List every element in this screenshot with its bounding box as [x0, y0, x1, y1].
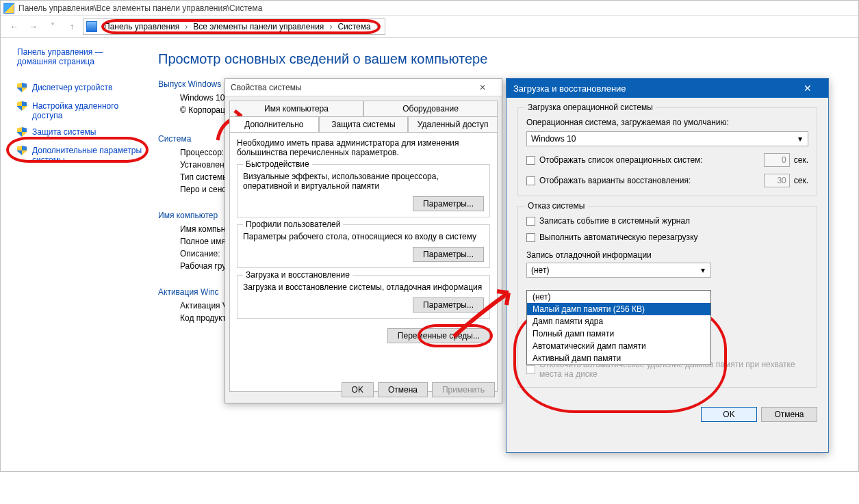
show-recovery-checkbox[interactable]: Отображать варианты восстановления: сек. — [526, 174, 808, 187]
recent-dropdown[interactable]: ˅ — [44, 18, 61, 35]
dropdown-option[interactable]: Дамп памяти ядра — [527, 315, 710, 328]
tab-hardware[interactable]: Оборудование — [363, 101, 498, 116]
tab-advanced-pane: Необходимо иметь права администратора дл… — [229, 132, 498, 392]
group-text: Загрузка и восстановление системы, отлад… — [243, 282, 484, 292]
chevron-down-icon: ▾ — [795, 134, 805, 144]
breadcrumb-seg-3[interactable]: Система — [335, 22, 373, 31]
chevron-right-icon: › — [182, 22, 190, 31]
checkbox-icon — [526, 233, 535, 242]
os-list-seconds-input[interactable] — [764, 153, 790, 167]
system-properties-dialog: Свойства системы ✕ Имя компьютера Оборуд… — [225, 78, 502, 403]
startup-recovery-dialog: Загрузка и восстановление ✕ Загрузка опе… — [506, 78, 829, 453]
monitor-icon — [86, 21, 97, 32]
chevron-right-icon: › — [326, 22, 335, 31]
forward-button[interactable]: → — [25, 18, 42, 35]
dump-type-combo[interactable]: (нет) ▾ — [526, 263, 711, 278]
dump-label: Запись отладочной информации — [526, 250, 808, 260]
dialog-titlebar[interactable]: Загрузка и восстановление ✕ — [507, 79, 828, 98]
checkbox-icon — [526, 156, 535, 165]
default-os-label: Операционная система, загружаемая по умо… — [526, 118, 808, 127]
ok-button[interactable]: OK — [701, 407, 757, 422]
dropdown-option[interactable]: (нет) — [527, 291, 710, 303]
cancel-button[interactable]: Отмена — [761, 407, 817, 422]
combo-value: (нет) — [531, 265, 549, 275]
dump-type-dropdown[interactable]: (нет) Малый дамп памяти (256 КВ) Дамп па… — [526, 290, 711, 365]
shield-icon — [17, 127, 27, 137]
close-icon[interactable]: ✕ — [469, 83, 496, 92]
recovery-seconds-input[interactable] — [764, 174, 790, 187]
group-performance: Быстродействие Визуальные эффекты, испол… — [237, 164, 490, 217]
system-icon — [3, 3, 14, 14]
sidebar-home[interactable]: Панель управления — домашняя страница — [17, 47, 146, 66]
group-user-profiles: Профили пользователей Параметры рабочего… — [237, 224, 490, 268]
dialog-titlebar[interactable]: Свойства системы ✕ — [225, 79, 502, 96]
chevron-right-icon: › — [374, 22, 382, 31]
breadcrumb[interactable]: Панель управления › Все элементы панели … — [83, 18, 385, 35]
sidebar-device-manager[interactable]: Диспетчер устройств — [17, 83, 146, 94]
checkbox-icon — [526, 217, 535, 226]
write-event-checkbox[interactable]: Записать событие в системный журнал — [526, 216, 808, 226]
group-system-failure: Отказ системы Записать событие в системн… — [517, 206, 817, 388]
sidebar-item-label: Настройка удаленного доступа — [32, 101, 142, 120]
combo-value: Windows 10 — [531, 134, 576, 144]
group-startup-recovery: Загрузка и восстановление Загрузка и вос… — [237, 275, 490, 319]
sidebar-system-protection[interactable]: Защита системы — [17, 127, 146, 139]
window-titlebar: Панель управления\Все элементы панели уп… — [1, 1, 858, 16]
dropdown-option[interactable]: Активный дамп памяти — [527, 352, 710, 364]
group-label: Загрузка и восстановление — [243, 270, 352, 280]
window-title: Панель управления\Все элементы панели уп… — [18, 3, 262, 13]
group-text: Параметры рабочего стола, относящиеся ко… — [243, 232, 484, 241]
sidebar-item-label: Диспетчер устройств — [32, 83, 112, 92]
sidebar-advanced-settings[interactable]: Дополнительные параметры системы — [17, 146, 146, 165]
dropdown-option[interactable]: Полный дамп памяти — [527, 328, 710, 340]
userprofiles-settings-button[interactable]: Параметры... — [413, 247, 484, 262]
tab-system-protection[interactable]: Защита системы — [319, 116, 409, 132]
dropdown-option-selected[interactable]: Малый дамп памяти (256 КВ) — [527, 303, 710, 315]
seconds-label: сек. — [794, 155, 808, 165]
breadcrumb-seg-1[interactable]: Панель управления — [101, 22, 182, 31]
sidebar-remote-settings[interactable]: Настройка удаленного доступа — [17, 101, 146, 120]
show-os-list-checkbox[interactable]: Отображать список операционных систем: с… — [526, 153, 808, 167]
sidebar-home-label: Панель управления — домашняя страница — [17, 47, 133, 66]
tab-advanced[interactable]: Дополнительно — [229, 116, 319, 132]
group-system-startup: Загрузка операционной системы Операционн… — [517, 107, 817, 196]
tab-remote[interactable]: Удаленный доступ — [408, 116, 498, 132]
checkbox-icon — [526, 365, 535, 374]
dialog-title: Свойства системы — [231, 83, 302, 92]
group-label: Загрузка операционной системы — [525, 103, 656, 112]
apply-button[interactable]: Применить — [432, 382, 495, 397]
page-title: Просмотр основных сведений о вашем компь… — [158, 51, 850, 67]
checkbox-icon — [526, 176, 535, 185]
dropdown-option[interactable]: Автоматический дамп памяти — [527, 340, 710, 352]
group-label: Быстродействие — [243, 159, 312, 169]
group-label: Отказ системы — [525, 201, 587, 211]
seconds-label: сек. — [794, 176, 808, 185]
environment-variables-button[interactable]: Переменные среды... — [387, 328, 490, 343]
address-bar: ← → ˅ ↑ Панель управления › Все элементы… — [1, 16, 858, 38]
auto-restart-checkbox[interactable]: Выполнить автоматическую перезагрузку — [526, 233, 808, 242]
sidebar: Панель управления — домашняя страница Ди… — [1, 38, 151, 177]
default-os-combo[interactable]: Windows 10 ▾ — [526, 131, 808, 146]
startup-recovery-settings-button[interactable]: Параметры... — [413, 297, 484, 313]
sidebar-item-label: Дополнительные параметры системы — [32, 146, 146, 165]
group-label: Профили пользователей — [243, 220, 343, 229]
chevron-down-icon: ▾ — [698, 265, 708, 275]
back-button[interactable]: ← — [6, 18, 23, 35]
ok-button[interactable]: OK — [342, 382, 374, 397]
tab-computername[interactable]: Имя компьютера — [229, 101, 363, 116]
close-icon[interactable]: ✕ — [794, 83, 821, 94]
sidebar-item-label: Защита системы — [32, 127, 96, 137]
admin-note: Необходимо иметь права администратора дл… — [237, 138, 490, 157]
breadcrumb-seg-2[interactable]: Все элементы панели управления — [190, 22, 326, 31]
checkbox-label: Отображать список операционных систем: — [539, 155, 703, 165]
performance-settings-button[interactable]: Параметры... — [413, 196, 484, 211]
checkbox-label: Записать событие в системный журнал — [539, 216, 690, 226]
shield-icon — [17, 101, 27, 111]
cancel-button[interactable]: Отмена — [378, 382, 428, 397]
dialog-title: Загрузка и восстановление — [513, 83, 626, 94]
checkbox-label: Выполнить автоматическую перезагрузку — [539, 233, 698, 242]
shield-icon — [17, 83, 27, 92]
tab-strip: Имя компьютера Оборудование Дополнительн… — [225, 96, 502, 132]
up-button[interactable]: ↑ — [64, 18, 80, 35]
checkbox-label: Отображать варианты восстановления: — [539, 176, 691, 185]
